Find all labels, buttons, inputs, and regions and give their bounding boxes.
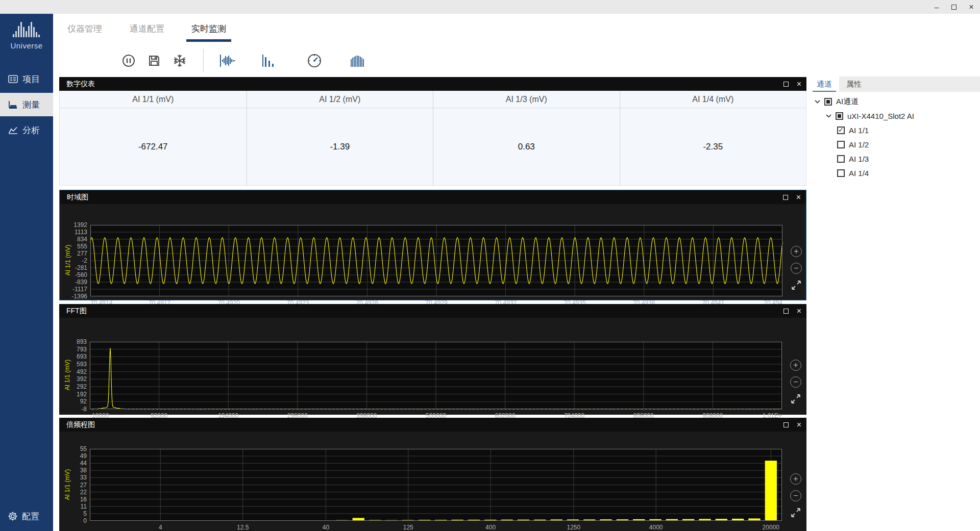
meter-channel-name: AI 1/3 (mV): [433, 91, 620, 108]
panel-close-button[interactable]: ×: [797, 80, 801, 88]
fullscreen-button[interactable]: [790, 393, 801, 407]
y-tick-label: -1117: [61, 286, 87, 292]
zoom-in-button[interactable]: +: [791, 246, 802, 257]
y-tick-label: 5: [60, 511, 87, 517]
tree-item[interactable]: AI 1/4: [810, 166, 980, 180]
y-tick-label: 793: [60, 346, 87, 352]
panel-maximize-button[interactable]: [783, 422, 789, 427]
freeze-button[interactable]: [169, 50, 190, 71]
logo-text: Universe: [0, 41, 53, 50]
sidebar-item-label: 分析: [22, 124, 40, 136]
checkbox-indeterminate[interactable]: [836, 112, 843, 120]
sidebar-item-measure[interactable]: 测量: [0, 93, 53, 116]
panel-title: 时域图: [67, 193, 88, 202]
zoom-out-button[interactable]: −: [790, 490, 801, 501]
digital-meter-panel: 数字仪表 × AI 1/1 (mV) -672.47 AI 1/2 (mV) -…: [59, 77, 806, 186]
x-tick-label: 4000: [649, 524, 663, 530]
window-close-button[interactable]: ×: [963, 0, 980, 14]
zoom-in-button[interactable]: +: [790, 360, 801, 371]
meter-channel-name: AI 1/1 (mV): [60, 91, 247, 108]
panel-close-button[interactable]: ×: [796, 193, 801, 201]
checkbox-checked[interactable]: [837, 127, 845, 134]
panel-title: FFT图: [66, 307, 87, 316]
tree-item[interactable]: AI 1/2: [810, 137, 980, 151]
fft-panel-header: FFT图 ×: [59, 304, 806, 318]
tree-item-label: AI 1/3: [849, 155, 869, 163]
y-tick-label: 0: [60, 518, 87, 524]
window-minimize-button[interactable]: –: [928, 0, 945, 14]
tree-item[interactable]: AI通道: [810, 94, 980, 109]
octave-comb-icon: [350, 54, 365, 67]
y-tick-label: 1113: [61, 229, 87, 235]
spectrum-view-button[interactable]: [258, 50, 279, 71]
zoom-out-button[interactable]: −: [791, 263, 802, 274]
gear-icon: [8, 512, 17, 521]
panel-close-button[interactable]: ×: [797, 421, 801, 429]
y-axis-label: AI 1/1 (mV): [64, 355, 71, 395]
tab-properties[interactable]: 属性: [839, 77, 869, 92]
window-titlebar: – ×: [0, 0, 980, 14]
sidebar: Universe 项目 测量 分析: [0, 14, 53, 531]
tab-channel-config[interactable]: 通道配置: [130, 23, 164, 42]
y-tick-label: -1396: [61, 293, 87, 299]
meter-channel-value: -1.39: [247, 108, 433, 185]
checkbox-unchecked[interactable]: [837, 141, 845, 148]
y-tick-label: 55: [60, 446, 87, 452]
panel-close-button[interactable]: ×: [797, 307, 801, 315]
tab-channel[interactable]: 通道: [810, 77, 839, 92]
x-tick-label: 125: [403, 524, 413, 530]
chevron-down-icon[interactable]: [826, 114, 831, 118]
fft-bars-icon: [261, 54, 276, 67]
time-domain-panel-header: 时域图 ×: [60, 190, 806, 204]
panel-maximize-button[interactable]: [783, 82, 789, 87]
expand-icon: [791, 280, 802, 291]
fft-panel: FFT图 × 89379369359349239229219292-8-1000…: [59, 304, 806, 415]
sidebar-item-analysis[interactable]: 分析: [0, 118, 53, 142]
meter-channel-value: -2.35: [620, 108, 806, 185]
zoom-in-button[interactable]: +: [790, 473, 801, 485]
checkbox-indeterminate[interactable]: [824, 98, 832, 106]
tab-realtime-monitor[interactable]: 实时监测: [191, 23, 226, 42]
fullscreen-button[interactable]: [791, 280, 802, 293]
meter-channel-value: -672.47: [60, 108, 247, 185]
tree-item[interactable]: uXI-X4410_Slot2 AI: [810, 109, 980, 123]
y-tick-label: 1392: [61, 222, 87, 228]
save-button[interactable]: [144, 50, 164, 71]
pause-button[interactable]: [118, 50, 139, 71]
octave-view-button[interactable]: [347, 50, 368, 71]
fullscreen-button[interactable]: [790, 507, 801, 520]
channel-properties-panel: 通道 属性 AI通道uXI-X4410_Slot2 AIAI 1/1AI 1/2…: [810, 14, 980, 531]
panel-maximize-button[interactable]: [783, 309, 789, 314]
panel-title: 倍频程图: [66, 420, 95, 429]
zoom-out-button[interactable]: −: [790, 376, 801, 388]
panel-maximize-button[interactable]: [783, 195, 788, 200]
x-tick-label: 4: [159, 524, 162, 530]
sidebar-item-project[interactable]: 项目: [0, 67, 53, 91]
pause-icon: [122, 54, 135, 67]
gauge-icon: [307, 54, 322, 68]
octave-panel: 倍频程图 × 55494438332722161150412.540125400…: [59, 418, 806, 531]
tab-instrument-management[interactable]: 仪器管理: [67, 23, 102, 42]
y-tick-label: 49: [60, 453, 87, 459]
octave-chart: 55494438332722161150412.5401254001250400…: [59, 432, 806, 531]
checkbox-unchecked[interactable]: [837, 169, 845, 177]
tree-item-label: AI 1/1: [849, 126, 869, 135]
meter-channel-value: 0.63: [433, 108, 620, 185]
checkbox-unchecked[interactable]: [837, 155, 845, 163]
chevron-down-icon[interactable]: [815, 100, 820, 104]
y-axis-label: AI 1/1 (mV): [64, 464, 71, 505]
meter-channel: AI 1/2 (mV) -1.39: [247, 91, 433, 185]
x-tick-label: 400: [485, 524, 496, 530]
tree-item[interactable]: AI 1/3: [810, 151, 980, 166]
meter-channel: AI 1/4 (mV) -2.35: [620, 91, 806, 185]
chart-canvas: [90, 449, 782, 521]
window-maximize-button[interactable]: [945, 0, 963, 14]
sidebar-item-config[interactable]: 配置: [0, 504, 53, 528]
x-tick-label: 12.5: [237, 524, 249, 530]
sidebar-item-label: 测量: [22, 99, 40, 111]
maximize-icon: [951, 5, 957, 10]
time-domain-view-button[interactable]: [217, 50, 238, 71]
tree-item[interactable]: AI 1/1: [810, 123, 980, 137]
gauge-view-button[interactable]: [304, 50, 325, 71]
meter-channel: AI 1/1 (mV) -672.47: [60, 91, 247, 185]
